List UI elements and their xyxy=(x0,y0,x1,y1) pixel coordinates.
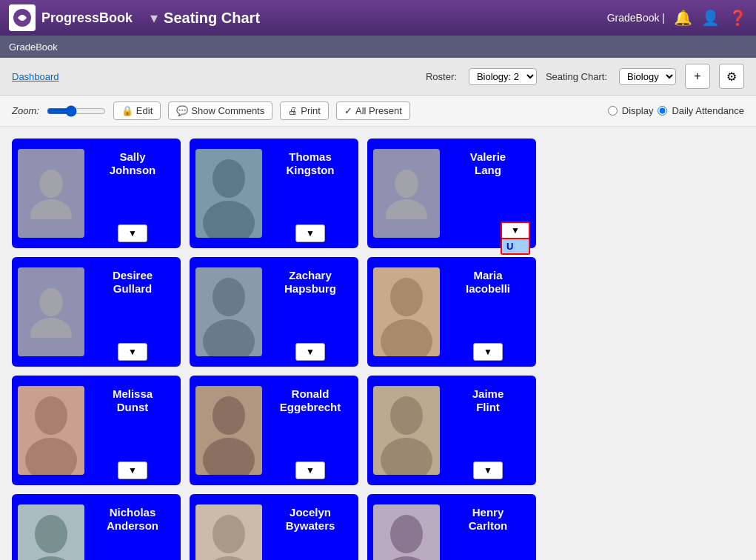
dashboard-link[interactable]: Dashboard xyxy=(12,71,59,82)
student-info-8: RonaldEggebrecht ▼ xyxy=(268,381,352,479)
roster-select[interactable]: Biology: 2 xyxy=(469,68,537,85)
svg-point-2 xyxy=(30,199,72,219)
svg-point-26 xyxy=(35,515,67,553)
student-card-8[interactable]: RonaldEggebrecht ▼ xyxy=(190,376,358,485)
student-photo-12 xyxy=(373,504,440,560)
comment-icon: 💬 xyxy=(176,105,188,116)
seating-area: SallyJohnson ▼ ThomasKingston ▼ ValerieL… xyxy=(0,127,756,560)
student-info-10: NicholasAnderson ▼ xyxy=(90,500,175,560)
seating-chart-label: Seating Chart: xyxy=(546,71,607,82)
student-card-3[interactable]: ValerieLang ▼ U xyxy=(367,139,536,248)
attendance-dropdown-btn-7[interactable]: ▼ xyxy=(118,461,147,479)
settings-button[interactable]: ⚙ xyxy=(719,64,744,89)
comments-label: Show Comments xyxy=(191,105,264,116)
student-info-3: ValerieLang ▼ U xyxy=(446,144,530,242)
display-radio-group: Display Daily Attendance xyxy=(608,105,744,116)
student-photo-7 xyxy=(18,386,84,475)
student-card-1[interactable]: SallyJohnson ▼ xyxy=(12,139,181,248)
edit-label: Edit xyxy=(136,105,153,116)
nav-actions: GradeBook | 🔔 👤 ❓ xyxy=(607,9,747,27)
all-present-button[interactable]: ✓ All Present xyxy=(336,101,410,120)
student-info-5: ZacharyHapsburg ▼ xyxy=(268,263,352,361)
student-name-10: NicholasAnderson xyxy=(107,506,158,533)
roster-label: Roster: xyxy=(426,71,457,82)
attendance-dropdown-btn-8[interactable]: ▼ xyxy=(295,461,325,479)
student-name-9: JaimeFlint xyxy=(472,387,504,414)
subnav-label: GradeBook xyxy=(9,41,58,53)
dropdown-menu-3: U xyxy=(501,239,530,255)
zoom-slider[interactable] xyxy=(47,105,106,117)
student-card-2[interactable]: ThomasKingston ▼ xyxy=(190,139,358,248)
student-info-6: MariaIacobelli ▼ xyxy=(446,263,530,361)
student-info-7: MelissaDunst ▼ xyxy=(90,381,175,479)
svg-point-17 xyxy=(35,396,67,435)
svg-point-14 xyxy=(390,278,423,316)
student-name-4: DesireeGullard xyxy=(113,269,153,296)
student-name-11: JocelynBywaters xyxy=(286,506,335,533)
lock-icon: 🔒 xyxy=(121,105,133,116)
daily-attendance-radio-label: Daily Attendance xyxy=(672,105,744,116)
logo-area: ProgressBook xyxy=(9,4,133,31)
check-icon: ✓ xyxy=(344,105,352,116)
student-photo-10 xyxy=(18,504,84,560)
student-photo-4 xyxy=(18,267,84,356)
attendance-dropdown-btn-2[interactable]: ▼ xyxy=(295,224,325,242)
student-card-6[interactable]: MariaIacobelli ▼ xyxy=(367,257,536,367)
print-button[interactable]: 🖨 Print xyxy=(280,101,329,120)
student-card-11[interactable]: JocelynBywaters ▼ xyxy=(190,494,358,560)
user-icon[interactable]: 👤 xyxy=(701,9,720,27)
student-photo-6 xyxy=(373,267,440,356)
dropdown-toggle-3[interactable]: ▼ xyxy=(501,221,530,239)
svg-point-4 xyxy=(213,159,245,198)
student-photo-2 xyxy=(195,149,262,238)
bell-icon[interactable]: 🔔 xyxy=(674,9,692,27)
gradebook-nav-label: GradeBook | xyxy=(607,12,665,24)
dropdown-option-u[interactable]: U xyxy=(502,239,529,253)
attendance-dropdown-btn-5[interactable]: ▼ xyxy=(295,343,325,361)
student-name-8: RonaldEggebrecht xyxy=(280,387,341,414)
student-name-12: HenryCarlton xyxy=(469,506,508,533)
edit-button[interactable]: 🔒 Edit xyxy=(113,101,161,120)
svg-point-7 xyxy=(386,199,427,219)
top-navigation: ProgressBook ▾ Seating Chart GradeBook |… xyxy=(0,0,756,36)
display-radio[interactable] xyxy=(608,106,618,116)
print-label: Print xyxy=(301,105,321,116)
student-name-2: ThomasKingston xyxy=(287,150,335,177)
student-card-10[interactable]: NicholasAnderson ▼ xyxy=(12,494,181,560)
student-card-7[interactable]: MelissaDunst ▼ xyxy=(12,376,181,485)
daily-attendance-radio[interactable] xyxy=(658,106,667,116)
student-photo-11 xyxy=(195,504,262,560)
toolbar: Dashboard Roster: Biology: 2 Seating Cha… xyxy=(0,58,756,96)
attendance-dropdown-btn-1[interactable]: ▼ xyxy=(118,224,147,242)
student-name-1: SallyJohnson xyxy=(110,150,156,177)
student-card-9[interactable]: JaimeFlint ▼ xyxy=(367,376,536,485)
svg-point-23 xyxy=(390,396,423,435)
student-info-4: DesireeGullard ▼ xyxy=(90,263,175,361)
svg-point-11 xyxy=(213,278,245,316)
student-photo-9 xyxy=(373,386,440,475)
attendance-dropdown-btn-6[interactable]: ▼ xyxy=(473,343,503,361)
zoom-label: Zoom: xyxy=(12,105,39,116)
attendance-dropdown-3[interactable]: ▼ U xyxy=(501,221,530,239)
student-info-2: ThomasKingston ▼ xyxy=(268,144,352,242)
help-icon[interactable]: ❓ xyxy=(729,9,747,27)
seating-chart-select[interactable]: Biology xyxy=(619,68,676,85)
svg-point-20 xyxy=(213,396,245,435)
attendance-dropdown-btn-4[interactable]: ▼ xyxy=(118,343,147,361)
attendance-dropdown-btn-9[interactable]: ▼ xyxy=(473,461,503,479)
student-card-4[interactable]: DesireeGullard ▼ xyxy=(12,257,181,367)
student-name-7: MelissaDunst xyxy=(113,387,153,414)
student-card-12[interactable]: HenryCarlton ▼ xyxy=(367,494,536,560)
student-card-5[interactable]: ZacharyHapsburg ▼ xyxy=(190,257,358,367)
student-photo-3 xyxy=(373,149,440,238)
student-info-9: JaimeFlint ▼ xyxy=(446,381,530,479)
show-comments-button[interactable]: 💬 Show Comments xyxy=(168,101,272,120)
sub-navigation: GradeBook xyxy=(0,36,756,58)
svg-point-9 xyxy=(30,318,72,338)
print-icon: 🖨 xyxy=(288,105,298,116)
student-name-3: ValerieLang xyxy=(470,150,506,177)
svg-point-8 xyxy=(39,288,63,316)
student-info-1: SallyJohnson ▼ xyxy=(90,144,175,242)
add-button[interactable]: + xyxy=(685,64,710,89)
svg-point-6 xyxy=(395,170,418,198)
